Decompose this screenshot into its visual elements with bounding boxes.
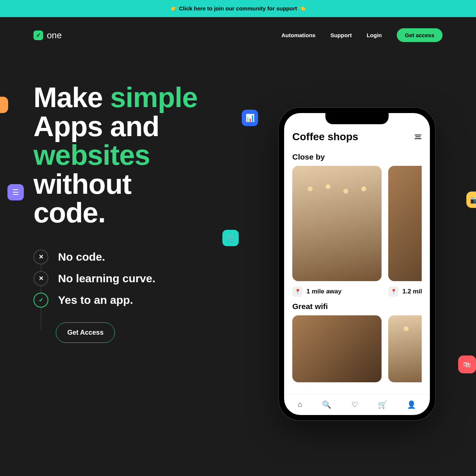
coffee-ceiling-image xyxy=(388,315,422,382)
brand-name: one xyxy=(47,30,62,41)
feature-bullets: ✕ No code. ✕ No learning curve. ✓ Yes to… xyxy=(33,250,242,308)
phone-screen: Coffee shops Close by 📍 1 mile away 📍 1 xyxy=(284,113,430,415)
coffee-card[interactable] xyxy=(388,315,422,382)
x-icon: ✕ xyxy=(33,271,48,286)
location-pin-icon: 📍 xyxy=(388,286,399,297)
chart-icon: 📊 xyxy=(242,110,258,126)
filter-icon[interactable] xyxy=(414,135,422,139)
cart-icon: 🛒 xyxy=(222,230,239,246)
bullet-text: No learning curve. xyxy=(58,272,155,285)
hero-get-access-button[interactable]: Get Access xyxy=(56,322,115,343)
coffee-card[interactable]: 📍 1.2 mil xyxy=(388,166,422,297)
nav-support[interactable]: Support xyxy=(330,32,352,38)
check-icon: ✓ xyxy=(33,293,48,308)
distance-label: 1.2 mil xyxy=(402,288,422,295)
coffee-card[interactable] xyxy=(292,315,382,382)
search-icon[interactable]: 🔍 xyxy=(322,400,331,409)
coffee-customer-image xyxy=(292,315,382,382)
main-nav: Automations Support Login Get access xyxy=(282,28,443,42)
banner-text: 👉 Click here to join our community for s… xyxy=(170,5,306,12)
section-great-wifi: Great wifi xyxy=(292,302,422,311)
profile-icon[interactable]: 👤 xyxy=(407,400,416,409)
distance-label: 1 mile away xyxy=(306,288,342,295)
bullet-text: No code. xyxy=(58,251,105,263)
hero-title: Make simple Apps and websites without co… xyxy=(33,83,242,227)
logo-check-icon: ✓ xyxy=(33,30,43,40)
bullet-no-learning: ✕ No learning curve. xyxy=(33,271,242,286)
floating-square-icon xyxy=(0,97,8,113)
coffee-card[interactable]: 📍 1 mile away xyxy=(292,166,382,297)
list-icon: ☰ xyxy=(7,184,24,200)
phone-mockup: Coffee shops Close by 📍 1 mile away 📍 1 xyxy=(279,108,435,420)
nav-login[interactable]: Login xyxy=(367,32,382,38)
coffee-cup-image xyxy=(388,166,422,281)
home-icon[interactable]: ⌂ xyxy=(298,400,302,409)
phone-tabbar: ⌂ 🔍 ♡ 🛒 👤 xyxy=(284,394,430,415)
x-icon: ✕ xyxy=(33,250,48,264)
section-close-by: Close by xyxy=(292,152,422,161)
bullet-yes-app: ✓ Yes to an app. xyxy=(33,293,242,308)
site-header: ✓ one Automations Support Login Get acce… xyxy=(0,17,476,53)
logo[interactable]: ✓ one xyxy=(33,30,62,41)
bullet-text: Yes to an app. xyxy=(58,294,133,306)
cart-icon[interactable]: 🛒 xyxy=(378,400,387,409)
location-pin-icon: 📍 xyxy=(292,286,303,297)
nav-automations[interactable]: Automations xyxy=(282,32,316,38)
camera-icon: 📷 xyxy=(466,192,476,208)
bag-icon: 🛍 xyxy=(458,356,476,373)
bullet-no-code: ✕ No code. xyxy=(33,250,242,264)
heart-icon[interactable]: ♡ xyxy=(351,400,358,409)
coffee-shop-image xyxy=(292,166,382,281)
community-banner[interactable]: 👉 Click here to join our community for s… xyxy=(0,0,476,17)
app-title: Coffee shops xyxy=(292,131,358,143)
get-access-button[interactable]: Get access xyxy=(397,28,443,42)
phone-notch xyxy=(325,113,389,124)
